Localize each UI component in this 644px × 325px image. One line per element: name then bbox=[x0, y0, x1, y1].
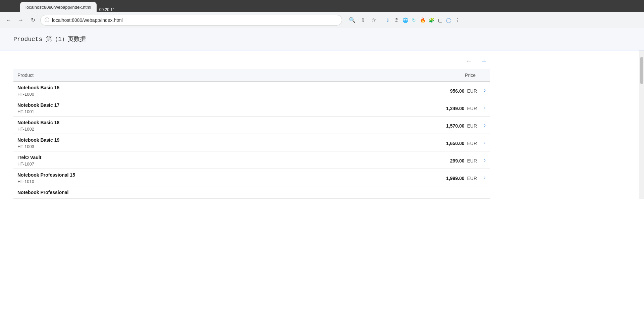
table-row[interactable]: Notebook Basic 19HT-10031,650.00 EUR› bbox=[13, 134, 490, 151]
ext-menu-icon[interactable]: ⋮ bbox=[453, 16, 462, 24]
address-bar[interactable]: ⓘ localhost:8080/webapp/index.html bbox=[40, 15, 342, 26]
address-text: localhost:8080/webapp/index.html bbox=[52, 17, 338, 23]
ext-globe-icon[interactable]: 🌐 bbox=[401, 16, 409, 24]
search-icon[interactable]: 🔍 bbox=[347, 15, 357, 25]
row-chevron-icon[interactable]: › bbox=[480, 117, 490, 134]
table-row[interactable]: Notebook Professional bbox=[13, 186, 490, 199]
product-id: HT-1003 bbox=[17, 144, 306, 149]
product-name: Notebook Basic 17 bbox=[17, 102, 306, 108]
ext-chrome-icon[interactable]: ◯ bbox=[445, 16, 453, 24]
tab-bar: localhost:8080/webapp/index.html 00:20:1… bbox=[0, 0, 644, 12]
extension-icons: ⇓ ⏱ 🌐 ↻ 🔥 🧩 ▢ ◯ ⋮ bbox=[384, 16, 462, 24]
product-name: Notebook Basic 15 bbox=[17, 85, 306, 90]
product-cell: Notebook Professional bbox=[13, 186, 310, 199]
price-cell: 1,650.00 EUR bbox=[310, 134, 480, 151]
product-name: Notebook Professional 15 bbox=[17, 172, 306, 178]
product-id: HT-1007 bbox=[17, 161, 306, 167]
price-currency: EUR bbox=[466, 106, 477, 111]
row-chevron-icon[interactable]: › bbox=[480, 151, 490, 169]
row-chevron-icon[interactable]: › bbox=[480, 99, 490, 117]
price-currency: EUR bbox=[466, 158, 477, 164]
price-amount: 956.00 bbox=[450, 88, 465, 94]
col-price: Price bbox=[310, 69, 480, 82]
forward-button[interactable]: → bbox=[16, 15, 25, 25]
nav-bar: ← → ↻ ⓘ localhost:8080/webapp/index.html… bbox=[0, 12, 644, 28]
table-row[interactable]: Notebook Basic 18HT-10021,570.00 EUR› bbox=[13, 117, 490, 134]
product-id: HT-1002 bbox=[17, 127, 306, 132]
col-product: Product bbox=[13, 69, 310, 82]
scrollbar-thumb[interactable] bbox=[640, 57, 643, 84]
table-header: Product Price bbox=[13, 69, 490, 82]
table-row[interactable]: ITelO VaultHT-1007299.00 EUR› bbox=[13, 151, 490, 169]
price-cell: 1,999.00 EUR bbox=[310, 169, 480, 186]
product-cell: Notebook Professional 15HT-1010 bbox=[13, 169, 310, 186]
row-chevron-icon[interactable]: › bbox=[480, 134, 490, 151]
pagination-bar: ← → bbox=[13, 50, 490, 69]
product-list: Notebook Basic 15HT-1000956.00 EUR›Noteb… bbox=[13, 82, 490, 199]
price-cell: 956.00 EUR bbox=[310, 82, 480, 99]
price-cell bbox=[310, 186, 480, 199]
price-cell: 299.00 EUR bbox=[310, 151, 480, 169]
product-name: Notebook Professional bbox=[17, 190, 306, 195]
product-name: Notebook Basic 19 bbox=[17, 137, 306, 143]
main-area: ← → Product Price Notebook Basic 15HT-10… bbox=[0, 50, 644, 199]
next-page-button[interactable]: → bbox=[478, 56, 490, 66]
product-id: HT-1000 bbox=[17, 92, 306, 97]
price-amount: 1,570.00 bbox=[446, 123, 465, 129]
row-chevron-icon[interactable] bbox=[480, 186, 490, 199]
table-row[interactable]: Notebook Basic 15HT-1000956.00 EUR› bbox=[13, 82, 490, 99]
product-id: HT-1010 bbox=[17, 179, 306, 184]
ext-refresh-icon[interactable]: ↻ bbox=[410, 16, 418, 24]
page-header: Products 第（1）页数据 bbox=[0, 28, 644, 50]
product-cell: Notebook Basic 18HT-1002 bbox=[13, 117, 310, 134]
scrollbar-track[interactable] bbox=[639, 50, 644, 199]
browser-chrome: localhost:8080/webapp/index.html 00:20:1… bbox=[0, 0, 644, 28]
tab-title: localhost:8080/webapp/index.html bbox=[25, 5, 91, 10]
product-id: HT-1001 bbox=[17, 109, 306, 114]
product-cell: Notebook Basic 15HT-1000 bbox=[13, 82, 310, 99]
price-currency: EUR bbox=[466, 123, 477, 129]
product-name: Notebook Basic 18 bbox=[17, 120, 306, 125]
security-icon: ⓘ bbox=[45, 17, 49, 23]
product-table: Product Price Notebook Basic 15HT-100095… bbox=[13, 69, 490, 199]
price-amount: 1,999.00 bbox=[446, 176, 465, 181]
ext-puzzle-icon[interactable]: 🧩 bbox=[427, 16, 435, 24]
price-amount: 1,650.00 bbox=[446, 141, 465, 146]
prev-page-button[interactable]: ← bbox=[463, 56, 475, 66]
table-row[interactable]: Notebook Professional 15HT-10101,999.00 … bbox=[13, 169, 490, 186]
price-currency: EUR bbox=[466, 88, 477, 94]
bookmark-icon[interactable]: ☆ bbox=[369, 15, 378, 25]
clock: 00:20:11 bbox=[99, 7, 115, 12]
nav-icons: 🔍 ⇧ ☆ bbox=[347, 15, 378, 25]
ext-alarm-icon[interactable]: ⏱ bbox=[392, 16, 400, 24]
ext-download-icon[interactable]: ⇓ bbox=[384, 16, 392, 24]
back-button[interactable]: ← bbox=[4, 15, 13, 25]
price-cell: 1,570.00 EUR bbox=[310, 117, 480, 134]
price-currency: EUR bbox=[466, 176, 477, 181]
page-title: Products 第（1）页数据 bbox=[13, 35, 631, 43]
product-cell: Notebook Basic 19HT-1003 bbox=[13, 134, 310, 151]
reload-button[interactable]: ↻ bbox=[28, 15, 38, 25]
product-cell: Notebook Basic 17HT-1001 bbox=[13, 99, 310, 117]
ext-window-icon[interactable]: ▢ bbox=[436, 16, 444, 24]
price-cell: 1,249.00 EUR bbox=[310, 99, 480, 117]
row-chevron-icon[interactable]: › bbox=[480, 169, 490, 186]
price-amount: 1,249.00 bbox=[446, 106, 465, 111]
price-currency: EUR bbox=[466, 141, 477, 146]
row-chevron-icon[interactable]: › bbox=[480, 82, 490, 99]
price-amount: 299.00 bbox=[450, 158, 465, 164]
active-tab[interactable]: localhost:8080/webapp/index.html bbox=[20, 2, 97, 12]
share-icon[interactable]: ⇧ bbox=[358, 15, 368, 25]
ext-fire-icon[interactable]: 🔥 bbox=[419, 16, 427, 24]
page-content: ← → Product Price Notebook Basic 15HT-10… bbox=[0, 50, 503, 199]
table-row[interactable]: Notebook Basic 17HT-10011,249.00 EUR› bbox=[13, 99, 490, 117]
product-cell: ITelO VaultHT-1007 bbox=[13, 151, 310, 169]
product-name: ITelO Vault bbox=[17, 155, 306, 160]
